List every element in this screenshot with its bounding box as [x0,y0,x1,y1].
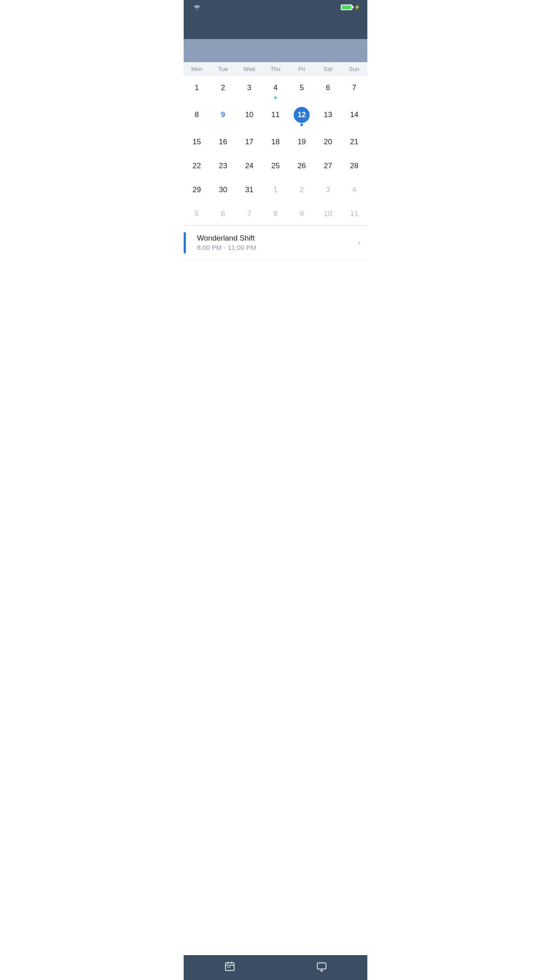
day-cell[interactable]: 13 [315,103,341,130]
day-cell[interactable]: 21 [341,130,367,154]
weekday-tue: Tue [210,66,236,72]
event-dot [274,96,277,99]
weekday-sat: Sat [315,66,341,72]
status-bar-right: ⚡ [341,4,360,10]
day-cell[interactable]: 16 [210,130,236,154]
day-cell[interactable]: 8 [184,103,210,130]
day-cell[interactable]: 11 [341,202,367,225]
day-cell[interactable]: 17 [236,130,262,154]
calendar-grid: Mon Tue Wed Thu Fri Sat Sun 123456789101… [184,62,367,225]
day-cell[interactable]: 25 [262,154,288,178]
day-cell[interactable]: 27 [315,154,341,178]
weekday-wed: Wed [236,66,262,72]
day-cell[interactable]: 12 [289,103,315,130]
day-cell[interactable]: 14 [341,103,367,130]
day-cell[interactable]: 23 [210,154,236,178]
status-bar: ⚡ [184,0,367,14]
battery-icon [341,4,352,10]
day-cell[interactable]: 9 [210,103,236,130]
event-dot [300,123,303,126]
event-info: Wonderland Shift8:00 PM - 11:00 PM [191,234,358,251]
day-cell[interactable]: 9 [289,202,315,225]
event-list: Wonderland Shift8:00 PM - 11:00 PM› [184,226,367,260]
day-cell[interactable]: 7 [341,75,367,103]
weekday-fri: Fri [289,66,315,72]
day-cell[interactable]: 10 [315,202,341,225]
day-cell[interactable]: 6 [315,75,341,103]
day-cell[interactable]: 2 [289,178,315,202]
day-cell[interactable]: 20 [315,130,341,154]
weekday-mon: Mon [184,66,210,72]
day-cell[interactable]: 3 [315,178,341,202]
weekday-thu: Thu [262,66,288,72]
day-cell[interactable]: 8 [262,202,288,225]
day-cell[interactable]: 6 [210,202,236,225]
day-cell[interactable]: 7 [236,202,262,225]
day-cell[interactable]: 30 [210,178,236,202]
day-cell[interactable]: 24 [236,154,262,178]
day-cell[interactable]: 31 [236,178,262,202]
status-bar-left [191,4,201,10]
day-cell[interactable]: 28 [341,154,367,178]
day-cell[interactable]: 18 [262,130,288,154]
event-name: Wonderland Shift [197,234,358,243]
bolt-icon: ⚡ [354,4,360,10]
day-cell[interactable]: 3 [236,75,262,103]
event-color-bar [184,232,186,253]
day-cell[interactable]: 1 [262,178,288,202]
days-grid: 1234567891011121314151617181920212223242… [184,75,367,225]
day-cell[interactable]: 1 [184,75,210,103]
header [184,14,367,39]
day-cell[interactable]: 11 [262,103,288,130]
event-item[interactable]: Wonderland Shift8:00 PM - 11:00 PM› [184,226,367,260]
calendar-nav [184,39,367,62]
weekday-sun: Sun [341,66,367,72]
day-cell[interactable]: 4 [341,178,367,202]
chevron-right-icon: › [358,238,360,247]
day-cell[interactable]: 15 [184,130,210,154]
next-month-button[interactable] [351,49,358,52]
day-cell[interactable]: 10 [236,103,262,130]
day-cell[interactable]: 22 [184,154,210,178]
day-cell[interactable]: 5 [184,202,210,225]
day-cell[interactable]: 26 [289,154,315,178]
wifi-icon [193,4,201,10]
day-cell[interactable]: 29 [184,178,210,202]
day-cell[interactable]: 19 [289,130,315,154]
day-cell[interactable]: 4 [262,75,288,103]
day-cell[interactable]: 2 [210,75,236,103]
prev-month-button[interactable] [193,49,200,52]
event-time: 8:00 PM - 11:00 PM [197,244,358,251]
weekdays-row: Mon Tue Wed Thu Fri Sat Sun [184,62,367,75]
day-cell[interactable]: 5 [289,75,315,103]
